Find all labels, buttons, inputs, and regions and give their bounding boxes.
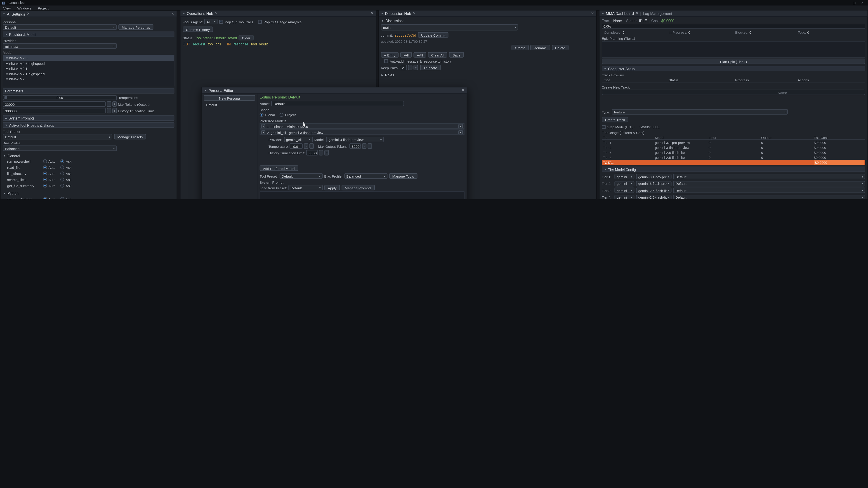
pm-temperature-input[interactable]: -0.0	[290, 143, 303, 149]
model-option[interactable]: MiniMax-M2.1	[3, 66, 174, 71]
persona-name-input[interactable]: Default	[272, 101, 404, 106]
collapse-icon[interactable]: ▼	[183, 12, 185, 15]
system-prompt-textarea[interactable]	[260, 191, 465, 199]
increment-button[interactable]: +	[112, 108, 117, 113]
tier-model-config-section[interactable]: ▼ Tier Model Config	[602, 166, 865, 172]
scope-project-radio[interactable]	[280, 113, 283, 117]
remove-model-button[interactable]: x	[458, 124, 463, 129]
apply-prompt-button[interactable]: Apply	[324, 185, 340, 190]
tool-preset-select[interactable]: Default▾	[3, 134, 112, 139]
pop-out-tool-calls-checkbox[interactable]: ✓	[219, 20, 223, 24]
ask-radio[interactable]	[61, 172, 64, 175]
increment-button[interactable]: +	[310, 143, 314, 149]
auto-radio[interactable]	[43, 197, 47, 199]
tier-provider-select[interactable]: gemini▾	[614, 195, 634, 199]
focus-agent-select[interactable]: All▾	[204, 19, 218, 24]
tab-log-management[interactable]: Log Management	[643, 11, 672, 15]
close-icon[interactable]: ✕	[859, 1, 866, 4]
model-option[interactable]: MiniMax-M2.5-highspeed	[3, 61, 174, 66]
comms-history-button[interactable]: Comms History	[183, 27, 213, 32]
auto-radio[interactable]	[43, 178, 47, 182]
tier-preset-select[interactable]: Default▾	[673, 188, 865, 193]
create-track-button[interactable]: Create Track	[602, 117, 628, 122]
ask-radio[interactable]	[61, 166, 64, 169]
new-persona-button[interactable]: New Persona	[204, 95, 255, 101]
add-preferred-model-button[interactable]: Add Preferred Model	[260, 165, 299, 171]
persona-tool-preset-select[interactable]: Default▾	[279, 173, 322, 179]
discussions-section-header[interactable]: ▼ Discussions	[380, 18, 595, 23]
increment-button[interactable]: +	[368, 143, 372, 149]
tier-preset-select[interactable]: Default▾	[673, 181, 865, 186]
maximize-icon[interactable]: ▢	[851, 1, 857, 4]
pm-provider-select[interactable]: gemini_cli▾	[284, 137, 313, 142]
entry-button[interactable]: Save	[449, 52, 464, 57]
tier-provider-select[interactable]: gemini▾	[614, 174, 634, 179]
pop-out-usage-checkbox[interactable]: ✓	[258, 20, 262, 24]
persona-bias-select[interactable]: Balanced▾	[344, 173, 388, 179]
dialog-close-icon[interactable]: ✕	[461, 88, 464, 92]
model-option[interactable]: MiniMax-M2.1-highspeed	[3, 71, 174, 76]
epic-planning-textarea[interactable]	[602, 41, 865, 57]
tier-model-select[interactable]: gemini-2.5-flash-lite▾	[636, 195, 672, 199]
auto-radio[interactable]	[43, 166, 47, 169]
persona-list-item[interactable]: Default	[204, 102, 255, 107]
discussion-select[interactable]: main▾	[381, 24, 518, 31]
pm-model-select[interactable]: gemini-3-flash-preview▾	[326, 137, 384, 142]
collapse-icon[interactable]: ▼	[381, 12, 383, 15]
parameters-section[interactable]: Parameters	[3, 88, 174, 93]
panel-close-icon[interactable]: ✕	[371, 11, 374, 15]
increment-button[interactable]: +	[324, 150, 329, 156]
tier-preset-select[interactable]: Default▾	[673, 195, 865, 199]
tab-close-icon[interactable]: ✕	[27, 11, 30, 16]
tier-provider-select[interactable]: gemini▾	[614, 188, 634, 193]
truncate-button[interactable]: Truncate	[420, 65, 440, 70]
collapse-icon[interactable]: ▼	[3, 12, 5, 15]
reorder-handle[interactable]: -	[261, 130, 265, 135]
tab-close-icon[interactable]: ✕	[636, 11, 639, 15]
entry-button[interactable]: +All	[414, 52, 426, 57]
rename-discussion-button[interactable]: Rename	[530, 45, 550, 50]
manage-prompts-button[interactable]: Manage Prompts	[342, 185, 375, 190]
tier-provider-select[interactable]: gemini▾	[614, 181, 634, 186]
tab-mma-dashboard[interactable]: MMA Dashboard	[606, 11, 634, 15]
model-option[interactable]: MiniMax-M2	[3, 76, 174, 82]
collapse-icon[interactable]: ▼	[204, 89, 207, 92]
pm-max-output-input[interactable]: 32000	[349, 143, 361, 149]
collapse-icon[interactable]: ▼	[602, 12, 604, 15]
auto-add-checkbox[interactable]: ✓	[384, 59, 388, 63]
create-discussion-button[interactable]: Create	[512, 45, 529, 50]
delete-discussion-button[interactable]: Delete	[552, 45, 568, 50]
auto-radio[interactable]	[43, 184, 47, 188]
slider-handle[interactable]	[4, 96, 7, 99]
bias-profile-select[interactable]: Balanced▾	[3, 145, 117, 151]
ask-radio[interactable]	[61, 178, 64, 182]
tab-close-icon[interactable]: ✕	[215, 11, 218, 15]
decrement-button[interactable]: -	[319, 150, 324, 156]
panel-close-icon[interactable]: ✕	[171, 11, 174, 16]
menu-item[interactable]: Project	[35, 5, 52, 10]
remove-model-button[interactable]: x	[458, 130, 463, 135]
reorder-handle[interactable]: -	[261, 124, 265, 129]
track-type-select[interactable]: feature▾	[612, 109, 788, 114]
decrement-button[interactable]: -	[408, 65, 412, 70]
menu-item[interactable]: Windows	[14, 5, 35, 10]
tool-group-header[interactable]: ▼ Python	[2, 191, 176, 196]
history-trunc-input[interactable]: 900000	[3, 108, 106, 113]
ask-radio[interactable]	[61, 160, 64, 163]
track-name-input[interactable]: Name	[602, 90, 865, 95]
pm-history-input[interactable]: 900000	[306, 150, 318, 156]
roles-section-header[interactable]: ▶ Roles	[380, 72, 595, 77]
increment-button[interactable]: +	[413, 65, 418, 70]
ask-radio[interactable]	[61, 184, 64, 188]
max-tokens-input[interactable]: 32000	[3, 101, 106, 107]
decrement-button[interactable]: -	[107, 108, 112, 113]
tier-preset-select[interactable]: Default▾	[673, 174, 865, 179]
increment-button[interactable]: +	[112, 101, 117, 107]
provider-model-section[interactable]: ▼ Provider & Model	[3, 32, 174, 37]
decrement-button[interactable]: -	[362, 143, 367, 149]
conductor-setup-section[interactable]: ▼ Conductor Setup	[602, 66, 865, 71]
panel-close-icon[interactable]: ✕	[591, 11, 594, 15]
tab-close-icon[interactable]: ✕	[413, 11, 416, 15]
keep-pairs-input[interactable]: 2	[400, 65, 407, 70]
entry-button[interactable]: -All	[400, 52, 412, 57]
